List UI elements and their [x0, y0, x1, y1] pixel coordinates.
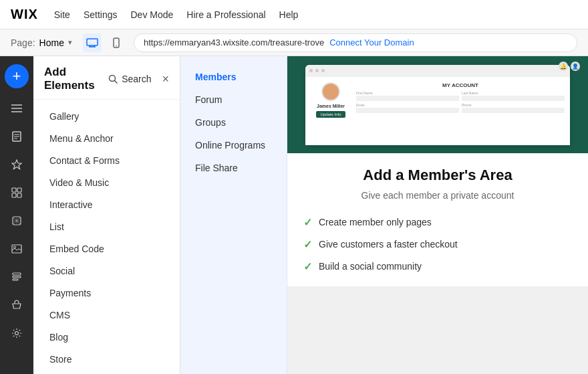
mock-field-row-1: First Name Last Name — [356, 91, 565, 101]
panel-item-embed-code[interactable]: Embed Code — [39, 238, 174, 260]
panel-item-cms[interactable]: CMS — [39, 304, 174, 326]
mock-field-input-phone — [462, 108, 565, 113]
mock-form: MY ACCOUNT First Name Last Name — [356, 82, 565, 118]
nav-links: Site Settings Dev Mode Hire a Profession… — [54, 9, 299, 20]
right-content: dia Contact Sho James M — [287, 56, 588, 374]
mock-field-row-2: Email Phone — [356, 103, 565, 113]
panel-item-store[interactable]: Store — [39, 349, 174, 370]
sidebar-media-icon[interactable] — [5, 237, 29, 261]
nav-settings[interactable]: Settings — [84, 9, 118, 20]
url-bar[interactable]: https://emmaryan43.wixsite.com/treasure-… — [134, 33, 577, 52]
sidebar-blog-icon[interactable] — [5, 265, 29, 289]
nav-site[interactable]: Site — [54, 9, 70, 20]
check-icon-2: ✓ — [303, 260, 312, 273]
mock-user-icon: 👤 — [571, 62, 580, 71]
panel-header: Add Elements Search × — [33, 56, 180, 100]
sub-item-members[interactable]: Members — [188, 67, 279, 87]
sidebar-settings-icon[interactable] — [5, 321, 29, 345]
mock-sidebar: James Miller Update Info — [311, 82, 351, 118]
feature-item-0: ✓ Create member only pages — [303, 216, 572, 229]
sidebar-layers-icon[interactable] — [5, 96, 29, 120]
panel-item-contact-forms[interactable]: Contact & Forms — [39, 150, 174, 171]
preview-title: Add a Member's Area — [303, 167, 572, 184]
mock-header-icons: 🔔 👤 — [559, 62, 580, 71]
close-icon[interactable]: × — [162, 72, 169, 86]
search-button[interactable]: Search — [108, 74, 151, 84]
feature-text-1: Give customers a faster checkout — [319, 239, 458, 250]
sub-item-forum[interactable]: Forum — [188, 90, 279, 110]
panel-item-gallery[interactable]: Gallery — [39, 106, 174, 127]
panel-item-list[interactable]: List — [39, 216, 174, 238]
feature-item-1: ✓ Give customers a faster checkout — [303, 238, 572, 251]
mock-title: MY ACCOUNT — [356, 82, 565, 88]
mock-update-btn: Update Info — [316, 111, 345, 118]
mock-fields: First Name Last Name — [356, 91, 565, 113]
mock-browser-bar — [305, 65, 570, 77]
page-name[interactable]: Home — [39, 37, 64, 48]
sidebar-store-icon[interactable] — [5, 293, 29, 317]
add-elements-panel: Add Elements Search × Gallery Menu & Anc… — [33, 56, 180, 374]
left-sidebar: + — [0, 56, 33, 374]
panel-item-payments[interactable]: Payments — [39, 282, 174, 304]
mock-field-input-email — [356, 108, 459, 113]
mock-dot-3 — [321, 69, 325, 72]
panel-item-bookings[interactable]: Bookings — [39, 371, 174, 374]
panel-item-social[interactable]: Social — [39, 260, 174, 282]
sub-panel: Members Forum Groups Online Programs Fil… — [180, 56, 287, 374]
svg-line-25 — [115, 81, 118, 84]
svg-rect-22 — [13, 279, 18, 280]
svg-point-5 — [116, 45, 117, 46]
svg-rect-13 — [12, 188, 16, 192]
panel-item-blog[interactable]: Blog — [39, 326, 174, 348]
svg-rect-14 — [17, 188, 21, 192]
mock-dot-2 — [315, 69, 319, 72]
connect-domain-link[interactable]: Connect Your Domain — [329, 37, 414, 48]
top-navigation: WIX Site Settings Dev Mode Hire a Profes… — [0, 0, 588, 29]
mock-browser: James Miller Update Info MY ACCOUNT Firs… — [305, 65, 570, 145]
preview-image: James Miller Update Info MY ACCOUNT Firs… — [287, 56, 588, 153]
nav-help[interactable]: Help — [279, 9, 299, 20]
search-label: Search — [122, 74, 151, 84]
sub-item-groups[interactable]: Groups — [188, 112, 279, 132]
check-icon-0: ✓ — [303, 216, 312, 229]
nav-hire-professional[interactable]: Hire a Professional — [186, 9, 265, 20]
mobile-icon[interactable] — [107, 33, 126, 52]
main-area: + — [0, 56, 588, 374]
check-icon-1: ✓ — [303, 238, 312, 251]
url-text: https://emmaryan43.wixsite.com/treasure-… — [144, 37, 324, 48]
sidebar-pages-icon[interactable] — [5, 124, 29, 149]
mock-content: James Miller Update Info MY ACCOUNT Firs… — [305, 77, 570, 123]
nav-devmode[interactable]: Dev Mode — [131, 9, 174, 20]
device-icons — [83, 33, 126, 52]
wix-logo: WIX — [11, 7, 38, 22]
mock-user-name: James Miller — [317, 104, 345, 108]
panel-item-interactive[interactable]: Interactive — [39, 194, 174, 215]
sub-item-online-programs[interactable]: Online Programs — [188, 135, 279, 155]
panel-item-menu-anchor[interactable]: Menu & Anchor — [39, 128, 174, 149]
sub-item-file-share[interactable]: File Share — [188, 158, 279, 178]
mock-field-phone: Phone — [462, 103, 565, 113]
desktop-icon[interactable] — [83, 33, 102, 52]
page-label: Page: — [11, 37, 35, 48]
svg-rect-15 — [12, 193, 16, 197]
mock-field-input-firstname — [356, 96, 459, 101]
mock-field-firstname: First Name — [356, 91, 459, 101]
sidebar-design-icon[interactable] — [5, 153, 29, 177]
sidebar-grid-icon[interactable] — [5, 181, 29, 205]
svg-rect-16 — [17, 193, 21, 197]
page-selector: Page: Home ▾ — [11, 37, 72, 48]
mock-field-email: Email — [356, 103, 459, 113]
svg-rect-20 — [13, 273, 21, 275]
panel-scroll-container: Gallery Menu & Anchor Contact & Forms Vi… — [33, 100, 180, 374]
features-list: ✓ Create member only pages ✓ Give custom… — [303, 216, 572, 273]
panel-title: Add Elements — [44, 66, 108, 92]
chevron-down-icon[interactable]: ▾ — [68, 38, 72, 47]
mock-avatar — [321, 82, 340, 101]
svg-rect-0 — [87, 39, 98, 45]
mock-dot-1 — [309, 69, 313, 72]
panel-item-video-music[interactable]: Video & Music — [39, 172, 174, 193]
add-elements-button[interactable]: + — [5, 64, 29, 88]
mock-field-label-lastname: Last Name — [462, 91, 565, 95]
sidebar-apps-icon[interactable] — [5, 209, 29, 233]
feature-text-2: Build a social community — [319, 261, 422, 272]
